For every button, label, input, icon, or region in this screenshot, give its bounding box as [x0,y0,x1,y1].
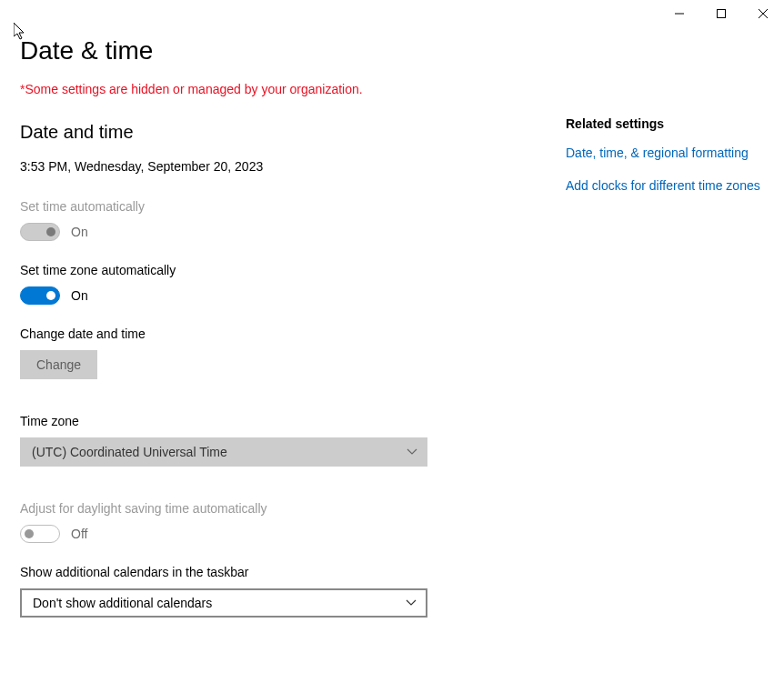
link-date-time-regional[interactable]: Date, time, & regional formatting [566,146,784,160]
maximize-button[interactable] [700,0,742,27]
set-tz-auto-label: Set time zone automatically [20,263,511,277]
change-datetime-label: Change date and time [20,326,511,341]
additional-calendars-label: Show additional calendars in the taskbar [20,565,511,579]
timezone-dropdown: (UTC) Coordinated Universal Time [20,437,427,467]
additional-calendars-dropdown[interactable]: Don't show additional calendars [20,588,427,618]
close-button[interactable] [742,0,784,27]
related-settings-heading: Related settings [566,116,784,131]
set-tz-auto-toggle[interactable] [20,286,60,305]
set-time-auto-state: On [71,225,88,239]
additional-calendars-value: Don't show additional calendars [33,596,212,610]
chevron-down-icon [407,447,417,457]
set-time-auto-label: Set time automatically [20,199,511,214]
link-add-clocks[interactable]: Add clocks for different time zones [566,178,784,193]
change-button: Change [20,350,97,379]
set-time-auto-toggle [20,223,60,241]
minimize-button[interactable] [658,0,700,27]
current-datetime: 3:53 PM, Wednesday, September 20, 2023 [20,159,511,174]
dst-toggle [20,525,60,543]
svg-rect-1 [718,10,726,18]
chevron-down-icon [406,598,417,608]
page-title: Date & time [20,36,511,65]
section-heading: Date and time [20,122,511,143]
dst-state: Off [71,527,87,541]
timezone-label: Time zone [20,414,511,428]
timezone-value: (UTC) Coordinated Universal Time [32,445,227,459]
dst-label: Adjust for daylight saving time automati… [20,501,511,516]
set-tz-auto-state: On [71,288,88,303]
org-warning: *Some settings are hidden or managed by … [20,82,511,96]
